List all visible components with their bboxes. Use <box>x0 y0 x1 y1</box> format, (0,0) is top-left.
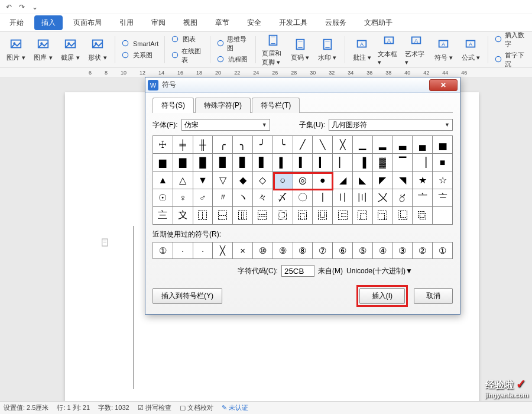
symbol-cell[interactable]: ▽ <box>213 172 233 189</box>
symbol-cell[interactable]: ╭ <box>213 136 233 154</box>
symbol-cell[interactable]: ╱ <box>293 136 313 154</box>
symbol-cell[interactable]: ● <box>313 172 333 189</box>
symbol-cell[interactable]: ⿳ <box>252 207 273 225</box>
menu-页面布局[interactable]: 页面布局 <box>66 15 109 30</box>
symbol-cell[interactable]: ★ <box>413 172 433 189</box>
symbol-cell[interactable]: 〣 <box>352 189 372 207</box>
more-icon[interactable]: ⌄ <box>30 2 40 12</box>
ribbon-思维导图[interactable]: 思维导图 <box>214 34 252 53</box>
recent-symbol[interactable]: · <box>173 242 193 259</box>
menu-审阅[interactable]: 审阅 <box>144 15 173 30</box>
symbol-cell[interactable]: ⿷ <box>333 207 353 225</box>
symbol-cell[interactable]: 〨 <box>153 207 173 225</box>
symbol-cell[interactable]: ╲ <box>313 136 333 154</box>
recent-symbol[interactable]: ① <box>433 242 453 259</box>
symbol-cell[interactable]: █ <box>193 154 213 172</box>
symbol-cell[interactable]: ▅ <box>433 136 453 154</box>
menu-开始[interactable]: 开始 <box>2 15 31 30</box>
status-auth[interactable]: ✎ 未认证 <box>222 403 248 412</box>
symbol-cell[interactable]: ♀ <box>173 189 193 207</box>
symbol-cell[interactable]: ⿸ <box>352 207 372 225</box>
symbol-cell[interactable]: ⿲ <box>233 207 253 225</box>
symbol-cell[interactable]: ╫ <box>193 136 213 154</box>
symbol-cell[interactable]: ◎ <box>293 172 313 189</box>
symbol-cell[interactable]: ⿴ <box>273 207 293 225</box>
symbol-cell[interactable]: ▃ <box>392 136 413 154</box>
symbol-cell[interactable]: ◢ <box>333 172 353 189</box>
ribbon-SmartArt[interactable]: SmartArt <box>119 38 161 49</box>
menu-云服务[interactable]: 云服务 <box>318 15 353 30</box>
symbol-cell[interactable]: ▁ <box>352 136 372 154</box>
symbol-cell[interactable]: ▉ <box>213 154 233 172</box>
symbol-cell[interactable]: ⿰ <box>193 207 213 225</box>
cancel-button[interactable]: 取消 <box>414 288 453 304</box>
menu-文档助手[interactable]: 文档助手 <box>357 15 400 30</box>
ribbon-流程图[interactable]: 流程图 <box>214 54 252 65</box>
symbol-cell[interactable]: ╯ <box>252 136 273 154</box>
ribbon-图表[interactable]: 图表 <box>168 34 206 45</box>
recent-symbol[interactable]: ① <box>153 242 173 259</box>
symbol-cell[interactable]: 々 <box>252 189 273 207</box>
close-button[interactable]: ✕ <box>429 79 458 91</box>
status-spellcheck[interactable]: ☑ 拼写检查 <box>138 403 171 412</box>
symbol-cell[interactable]: △ <box>173 172 193 189</box>
symbol-cell[interactable]: 〇 <box>293 189 313 207</box>
symbol-cell[interactable]: ▋ <box>252 154 273 172</box>
symbol-cell[interactable]: 〡 <box>313 189 333 207</box>
symbol-cell[interactable]: ⿻ <box>413 207 433 225</box>
symbol-cell[interactable]: ▍ <box>293 154 313 172</box>
symbol-cell[interactable]: 〢 <box>333 189 353 207</box>
menu-视图[interactable]: 视图 <box>176 15 205 30</box>
ribbon-在线图表[interactable]: 在线图表 <box>168 46 206 65</box>
symbol-cell[interactable]: ⿱ <box>213 207 233 225</box>
symbol-cell[interactable]: ■ <box>433 154 453 172</box>
symbol-cell[interactable]: ◣ <box>352 172 372 189</box>
ribbon-形状[interactable]: 形状 ▾ <box>84 37 111 62</box>
symbol-cell[interactable]: 〦 <box>413 189 433 207</box>
symbol-cell[interactable]: ▆ <box>153 154 173 172</box>
symbol-cell[interactable]: ☆ <box>433 172 453 189</box>
font-combo[interactable]: 仿宋▼ <box>181 119 270 131</box>
menu-开发工具[interactable]: 开发工具 <box>272 15 314 30</box>
symbol-cell[interactable]: 〃 <box>213 189 233 207</box>
symbol-cell[interactable]: ◇ <box>252 172 273 189</box>
ribbon-截屏[interactable]: 截屏 ▾ <box>57 37 84 62</box>
ribbon-批注[interactable]: A批注 ▾ <box>348 33 375 66</box>
symbol-cell[interactable]: ▐ <box>352 154 372 172</box>
recent-symbol[interactable]: ⑦ <box>313 242 333 259</box>
symbol-cell[interactable]: 〧 <box>433 189 453 207</box>
ribbon-页码[interactable]: 页码 ▾ <box>287 33 314 67</box>
subset-combo[interactable]: 几何图形符▼ <box>329 119 453 131</box>
recent-symbol[interactable]: · <box>193 242 213 259</box>
symbol-cell[interactable]: ▂ <box>372 136 392 154</box>
ribbon-水印[interactable]: 水印 ▾ <box>314 33 341 67</box>
symbol-cell[interactable]: ⿺ <box>392 207 413 225</box>
symbol-cell[interactable]: ⿶ <box>313 207 333 225</box>
ribbon-首字下沉[interactable]: 首字下沉 <box>492 50 530 69</box>
ribbon-公式[interactable]: A公式 ▾ <box>457 33 484 66</box>
ribbon-关系图[interactable]: 关系图 <box>119 50 161 61</box>
menu-章节[interactable]: 章节 <box>208 15 236 30</box>
symbol-cell[interactable]: ○ <box>273 172 293 189</box>
menu-安全[interactable]: 安全 <box>240 15 268 30</box>
symbol-cell[interactable]: ▏ <box>333 154 353 172</box>
recent-symbol[interactable]: ⑨ <box>273 242 293 259</box>
recent-symbol[interactable]: ③ <box>392 242 413 259</box>
recent-symbol[interactable]: ╳ <box>213 242 233 259</box>
symbol-cell[interactable]: ☩ <box>153 136 173 154</box>
recent-symbol[interactable]: ⑥ <box>333 242 353 259</box>
symbol-cell[interactable]: ╮ <box>233 136 253 154</box>
symbol-cell[interactable]: ヽ <box>233 189 253 207</box>
symbol-cell[interactable]: ◤ <box>372 172 392 189</box>
recent-symbol[interactable]: ⑤ <box>352 242 372 259</box>
menu-插入[interactable]: 插入 <box>34 15 63 30</box>
tab-2[interactable]: 符号栏(T) <box>252 98 300 113</box>
tab-1[interactable]: 特殊字符(P) <box>195 98 251 113</box>
symbol-cell[interactable]: ╪ <box>173 136 193 154</box>
symbol-cell[interactable]: ⿹ <box>372 207 392 225</box>
symbol-cell[interactable]: ☉ <box>153 189 173 207</box>
symbol-cell[interactable]: ♂ <box>193 189 213 207</box>
symbol-cell[interactable]: 〥 <box>392 189 413 207</box>
symbol-cell[interactable]: 〆 <box>273 189 293 207</box>
menu-引用[interactable]: 引用 <box>112 15 141 30</box>
